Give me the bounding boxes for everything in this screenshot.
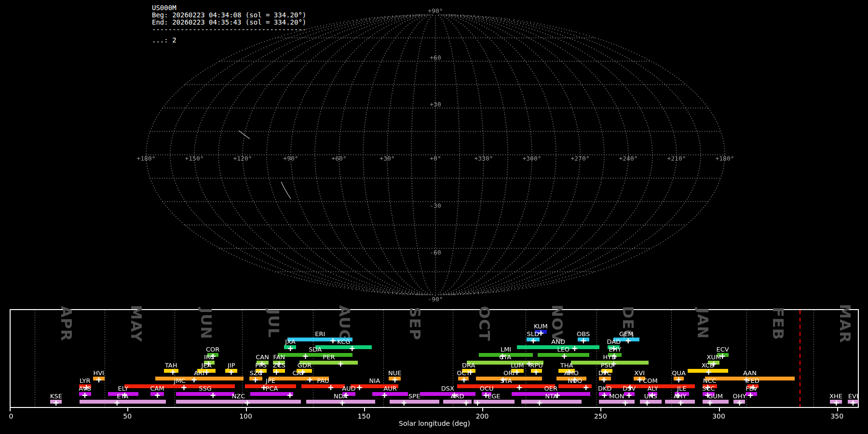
- month-label: APR: [58, 306, 75, 341]
- shower-label-CTA: CTA: [499, 353, 511, 361]
- shower-label-COM: COM: [643, 377, 658, 384]
- peak-marker-AHY: +: [678, 397, 683, 408]
- peak-marker-SZC: +: [253, 374, 258, 385]
- peak-marker-ARI: +: [191, 374, 197, 385]
- month-label: MAY: [128, 305, 145, 342]
- x-axis-tick-label: 300: [712, 412, 725, 420]
- shower-bar-DSX: [420, 392, 475, 396]
- x-axis-tick-label: 350: [830, 412, 843, 420]
- shower-label-JPE: JPE: [266, 377, 275, 384]
- month-label: JUL: [265, 309, 283, 338]
- shower-label-NZC: NZC: [232, 393, 245, 400]
- peak-marker-GEM: +: [625, 335, 631, 346]
- shower-bar-NZC: [176, 400, 301, 404]
- x-axis-tick-label: 150: [357, 412, 370, 420]
- peak-marker-FEV: +: [747, 390, 753, 400]
- peak-marker-STA: +: [516, 382, 522, 393]
- x-axis-tick: [719, 408, 720, 411]
- x-axis-tick: [246, 408, 247, 411]
- peak-marker-RPU: +: [533, 366, 539, 377]
- peak-marker-SLD: +: [530, 335, 536, 346]
- peak-marker-SDA: +: [303, 351, 308, 361]
- month-label: JAN: [694, 308, 712, 339]
- month-gridline: [313, 310, 313, 407]
- peak-marker-ZCS: +: [274, 366, 279, 377]
- peak-marker-OBS: +: [581, 335, 586, 346]
- month-label: OCT: [476, 306, 493, 341]
- shower-bar-JMC: [124, 384, 235, 388]
- peak-marker-JIP: +: [229, 366, 234, 377]
- activity-timeline-chart: APRMAYJUNJULAUGSEPOCTNOVDECJANFEBMARKUM+…: [0, 0, 868, 434]
- peak-marker-SPE: +: [401, 397, 407, 408]
- peak-marker-NTA: +: [537, 397, 542, 408]
- peak-marker-JEA: +: [204, 366, 209, 377]
- x-axis-tick: [600, 408, 601, 411]
- month-gridline: [671, 310, 672, 407]
- peak-marker-NDA: +: [339, 397, 345, 408]
- x-axis-tick: [10, 408, 11, 411]
- x-axis-tick-label: 0: [9, 412, 14, 420]
- shower-bar-ARI: [155, 377, 244, 380]
- peak-marker-AND: +: [572, 343, 577, 353]
- peak-marker-CAP: +: [307, 374, 312, 385]
- x-axis-tick-label: 250: [594, 412, 607, 420]
- peak-marker-LEO: +: [561, 351, 567, 361]
- peak-marker-GUM: +: [707, 397, 713, 408]
- month-label: NOV: [549, 305, 566, 342]
- shower-label-KCG: KCG: [337, 338, 350, 345]
- peak-marker-EVI: +: [850, 397, 855, 408]
- peak-marker-JXA: +: [287, 343, 293, 353]
- peak-marker-CAM: +: [155, 390, 160, 400]
- month-label: AUG: [336, 305, 353, 342]
- meteor-activity-screen: US000M Beg: 20260223 04:34:08 (sol = 334…: [0, 0, 868, 434]
- peak-marker-NUE: +: [392, 374, 397, 385]
- peak-marker-MON: +: [623, 397, 628, 408]
- peak-marker-OHY: +: [737, 397, 742, 408]
- x-axis-tick: [127, 408, 128, 411]
- shower-bar-STA: [457, 384, 555, 388]
- peak-marker-OCT: +: [461, 374, 466, 385]
- x-axis-tick: [364, 408, 365, 411]
- shower-label-PCA: PCA: [266, 385, 278, 392]
- peak-marker-PCA: +: [287, 390, 292, 400]
- peak-marker-QUA: +: [676, 374, 681, 385]
- x-axis-tick-label: 100: [239, 412, 252, 420]
- shower-bar-URS: [640, 400, 662, 404]
- peak-marker-DPC: +: [601, 374, 607, 385]
- shower-label-SDA: SDA: [309, 346, 322, 353]
- shower-bar-KCG: [315, 345, 372, 349]
- peak-marker-LUM: +: [514, 366, 519, 377]
- shower-bar-PCA: [250, 392, 293, 396]
- peak-marker-TAH: +: [170, 366, 176, 377]
- peak-marker-EGE: +: [475, 397, 480, 408]
- peak-marker-ERI: +: [330, 335, 336, 346]
- peak-marker-KCG: +: [349, 343, 354, 353]
- peak-marker-ARD: +: [463, 397, 469, 408]
- shower-label-NIA: NIA: [369, 377, 380, 384]
- peak-marker-XCB: +: [706, 366, 711, 377]
- x-axis-tick-label: 200: [476, 412, 489, 420]
- peak-marker-ETA: +: [114, 397, 120, 408]
- month-label: MAR: [837, 304, 854, 343]
- shower-label-EGE: EGE: [488, 393, 501, 400]
- x-axis-title: Solar longitude (deg): [399, 420, 470, 427]
- peak-marker-NIA: +: [357, 382, 362, 393]
- shower-bar-ETA: [80, 400, 166, 404]
- peak-marker-URS: +: [644, 397, 650, 408]
- shower-label-PAU: PAU: [317, 377, 329, 384]
- peak-marker-JMC: +: [181, 382, 187, 393]
- peak-marker-NOO: +: [583, 382, 589, 393]
- shower-label-SPE: SPE: [408, 393, 420, 400]
- shower-label-AND: AND: [551, 338, 565, 345]
- month-gridline: [105, 310, 105, 407]
- shower-label-NTA: NTA: [545, 393, 557, 400]
- peak-marker-DKD: +: [602, 390, 607, 400]
- shower-label-MON: MON: [609, 393, 624, 400]
- month-label: SEP: [407, 307, 424, 340]
- shower-bar-SPE: [390, 400, 439, 404]
- peak-marker-XHE: +: [834, 397, 839, 408]
- shower-label-CAP: CAP: [292, 369, 305, 377]
- shower-label-PER: PER: [323, 353, 335, 361]
- shower-bar-GUM: [703, 400, 729, 404]
- peak-marker-XVI: +: [637, 374, 642, 385]
